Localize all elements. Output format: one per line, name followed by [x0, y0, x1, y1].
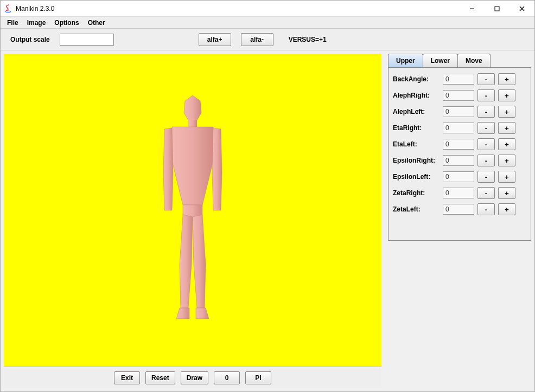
svg-marker-9 — [212, 128, 222, 210]
param-minus-button[interactable]: - — [477, 106, 495, 118]
param-minus-button[interactable]: - — [477, 203, 495, 215]
param-plus-button[interactable]: + — [498, 89, 515, 101]
app-window: Manikin 2.3.0 File Image Options Other O… — [0, 0, 535, 392]
svg-marker-5 — [184, 95, 201, 120]
svg-marker-13 — [176, 308, 189, 319]
param-plus-button[interactable]: + — [498, 138, 515, 150]
param-label: EtaRight: — [393, 124, 440, 132]
param-value-field[interactable] — [443, 171, 474, 182]
svg-marker-7 — [171, 127, 214, 205]
tab-body: BackAngle:-+AlephRight:-+AlephLeft:-+Eta… — [388, 67, 531, 241]
content-area: Exit Reset Draw 0 PI Upper Lower Move Ba… — [1, 50, 534, 391]
canvas-area: Exit Reset Draw 0 PI — [1, 50, 385, 391]
param-minus-button[interactable]: - — [477, 187, 495, 199]
param-row: ZetaRight:-+ — [393, 187, 526, 199]
param-value-field[interactable] — [443, 155, 474, 166]
close-button[interactable] — [509, 1, 534, 16]
menu-other[interactable]: Other — [84, 18, 110, 28]
svg-marker-12 — [193, 215, 206, 308]
exit-button[interactable]: Exit — [114, 371, 140, 384]
tab-lower[interactable]: Lower — [423, 54, 458, 67]
svg-rect-2 — [495, 7, 499, 11]
param-row: AlephLeft:-+ — [393, 106, 526, 118]
param-plus-button[interactable]: + — [498, 122, 515, 134]
param-row: ZetaLeft:-+ — [393, 203, 526, 215]
alfa-plus-button[interactable]: alfa+ — [199, 33, 231, 46]
tab-bar: Upper Lower Move — [388, 54, 531, 67]
param-plus-button[interactable]: + — [498, 203, 515, 215]
param-plus-button[interactable]: + — [498, 187, 515, 199]
java-app-icon — [4, 4, 12, 13]
param-value-field[interactable] — [443, 123, 474, 133]
param-label: ZetaRight: — [393, 189, 440, 197]
param-row: EpsilonLeft:-+ — [393, 171, 526, 183]
param-label: EpsilonRight: — [393, 157, 440, 164]
param-label: EtaLeft: — [393, 140, 440, 148]
param-minus-button[interactable]: - — [477, 122, 495, 134]
side-panel: Upper Lower Move BackAngle:-+AlephRight:… — [385, 50, 534, 391]
param-row: EpsilonRight:-+ — [393, 155, 526, 166]
tab-upper[interactable]: Upper — [388, 54, 423, 67]
reset-button[interactable]: Reset — [145, 371, 175, 384]
param-label: ZetaLeft: — [393, 205, 440, 213]
param-minus-button[interactable]: - — [477, 73, 495, 85]
param-value-field[interactable] — [443, 139, 474, 150]
tab-move[interactable]: Move — [457, 54, 491, 67]
svg-marker-14 — [196, 308, 209, 319]
maximize-button[interactable] — [485, 1, 509, 16]
pi-button[interactable]: PI — [245, 371, 271, 384]
param-row: EtaLeft:-+ — [393, 138, 526, 150]
param-plus-button[interactable]: + — [498, 106, 515, 118]
output-scale-label: Output scale — [10, 36, 50, 43]
svg-point-0 — [5, 11, 11, 12]
menu-image[interactable]: Image — [23, 18, 50, 28]
param-plus-button[interactable]: + — [498, 171, 515, 183]
param-minus-button[interactable]: - — [477, 155, 495, 166]
svg-marker-11 — [180, 215, 193, 308]
param-minus-button[interactable]: - — [477, 138, 495, 150]
minimize-button[interactable] — [460, 1, 485, 16]
titlebar: Manikin 2.3.0 — [1, 1, 534, 17]
param-label: AlephRight: — [393, 92, 440, 99]
draw-button[interactable]: Draw — [181, 371, 208, 384]
param-value-field[interactable] — [443, 74, 474, 85]
param-label: EpsilonLeft: — [393, 173, 440, 181]
menubar: File Image Options Other — [1, 17, 534, 29]
bottom-bar: Exit Reset Draw 0 PI — [4, 367, 381, 388]
param-row: EtaRight:-+ — [393, 122, 526, 134]
manikin-figure — [133, 91, 252, 330]
param-plus-button[interactable]: + — [498, 155, 515, 166]
menu-options[interactable]: Options — [50, 18, 83, 28]
param-plus-button[interactable]: + — [498, 73, 515, 85]
param-value-field[interactable] — [443, 204, 474, 215]
window-controls — [460, 1, 534, 16]
param-row: AlephRight:-+ — [393, 89, 526, 101]
param-value-field[interactable] — [443, 188, 474, 198]
param-minus-button[interactable]: - — [477, 171, 495, 183]
versus-label: VERSUS=+1 — [289, 36, 327, 43]
zero-button[interactable]: 0 — [214, 371, 240, 384]
svg-marker-8 — [163, 128, 173, 210]
param-value-field[interactable] — [443, 90, 474, 101]
param-row: BackAngle:-+ — [393, 73, 526, 85]
param-value-field[interactable] — [443, 106, 474, 117]
alfa-minus-button[interactable]: alfa- — [241, 33, 273, 46]
param-label: AlephLeft: — [393, 108, 440, 115]
window-title: Manikin 2.3.0 — [16, 5, 54, 12]
svg-rect-6 — [188, 120, 197, 127]
toolbar: Output scale alfa+ alfa- VERSUS=+1 — [1, 29, 534, 50]
canvas[interactable] — [4, 54, 381, 367]
menu-file[interactable]: File — [3, 18, 23, 28]
param-minus-button[interactable]: - — [477, 89, 495, 101]
param-label: BackAngle: — [393, 75, 440, 83]
output-scale-input[interactable] — [60, 34, 114, 46]
